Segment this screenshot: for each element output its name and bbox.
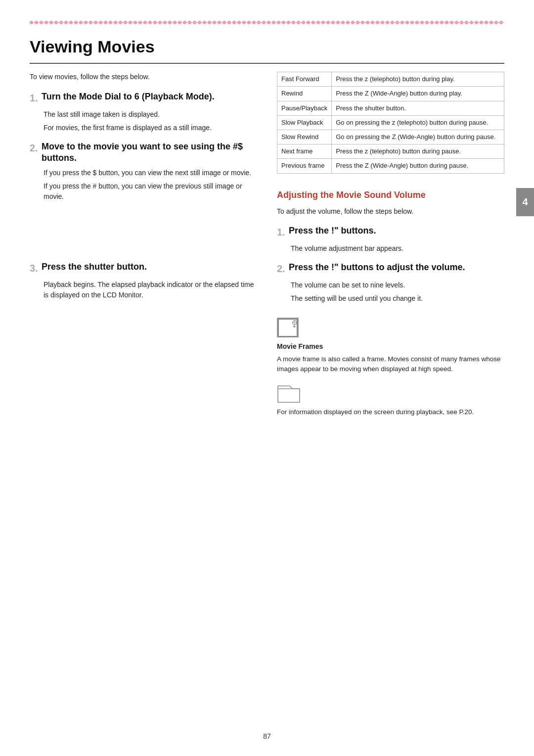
diamond-decoration <box>242 21 247 24</box>
diamond-decoration <box>207 21 212 24</box>
diamond-decoration <box>267 21 271 24</box>
page-tab-number: 4 <box>522 196 528 207</box>
diamond-decoration <box>54 21 59 24</box>
diamond-decoration <box>262 21 267 24</box>
volume-step-2: 2. Press the !" buttons to adjust the vo… <box>277 262 504 304</box>
memo-body: For information displayed on the screen … <box>277 407 504 417</box>
diamond-decoration <box>202 21 207 24</box>
step-3-title: Press the shutter button. <box>42 261 147 273</box>
step-2-body: If you press the $ button, you can view … <box>30 168 257 202</box>
diamond-decoration <box>370 21 375 24</box>
diamond-decoration <box>168 21 173 24</box>
diamond-decoration <box>445 21 449 24</box>
diamond-decoration <box>321 21 326 24</box>
diamond-decoration <box>187 21 192 24</box>
table-cell-action: Rewind <box>277 87 332 101</box>
diamond-decoration <box>296 21 301 24</box>
diamond-decoration <box>276 21 281 24</box>
diamond-decoration <box>49 21 54 24</box>
page-number: 87 <box>263 732 271 740</box>
diamond-decoration <box>128 21 133 24</box>
diamond-decoration <box>89 21 93 24</box>
diamond-decoration <box>430 21 435 24</box>
diamond-decoration <box>464 21 469 24</box>
table-cell-action: Slow Playback <box>277 115 332 130</box>
diamond-decoration <box>400 21 405 24</box>
diamond-decoration <box>133 21 138 24</box>
diamond-decoration <box>252 21 257 24</box>
diamond-decoration <box>217 21 222 24</box>
diamond-decoration <box>469 21 474 24</box>
table-cell-action: Pause/Playback <box>277 101 332 115</box>
table-cell-action: Previous frame <box>277 159 332 173</box>
diamond-decoration <box>311 21 316 24</box>
diamond-decoration <box>420 21 425 24</box>
table-row: Rewind Press the Z (Wide-Angle) button d… <box>277 87 504 101</box>
diamond-decoration <box>84 21 89 24</box>
diamond-decoration <box>93 21 98 24</box>
step-3-header: 3. Press the shutter button. <box>30 261 257 276</box>
diamond-decoration <box>375 21 380 24</box>
step-2-body-p1: If you press the $ button, you can view … <box>44 168 257 178</box>
diamond-decoration <box>59 21 64 24</box>
diamond-decoration <box>454 21 459 24</box>
diamond-decoration <box>192 21 197 24</box>
table-cell-description: Go on pressing the Z (Wide-Angle) button… <box>332 130 504 144</box>
table-cell-description: Press the Z (Wide-Angle) button during p… <box>332 159 504 173</box>
diamond-decoration <box>227 21 232 24</box>
volume-step-2-body: The volume can be set to nine levels. Th… <box>277 280 504 304</box>
step-3: 3. Press the shutter button. Playback be… <box>30 261 257 300</box>
diamond-decoration <box>271 21 276 24</box>
step-1-title: Turn the Mode Dial to 6 (Playback Mode). <box>42 91 215 102</box>
page-tab: 4 <box>516 188 534 216</box>
step-2-title: Move to the movie you want to see using … <box>42 141 257 164</box>
step-2-header: 2. Move to the movie you want to see usi… <box>30 141 257 164</box>
step-2-number: 2. <box>30 141 40 155</box>
diamond-decoration <box>34 21 39 24</box>
diamond-decoration <box>415 21 420 24</box>
table-cell-action: Slow Rewind <box>277 130 332 144</box>
right-intro-text: To adjust the volume, follow the steps b… <box>277 206 504 216</box>
diamond-decoration <box>118 21 123 24</box>
top-border <box>30 20 504 25</box>
diamond-decoration <box>247 21 252 24</box>
table-row: Pause/Playback Press the shutter button. <box>277 101 504 115</box>
table-cell-description: Go on pressing the z (telephoto) button … <box>332 115 504 130</box>
diamond-decoration <box>286 21 291 24</box>
intro-text: To view movies, follow the steps below. <box>30 72 257 82</box>
diamond-decoration <box>385 21 390 24</box>
diamond-decoration <box>395 21 400 24</box>
step-2: 2. Move to the movie you want to see usi… <box>30 141 257 202</box>
diamond-decoration <box>182 21 187 24</box>
volume-step-1-header: 1. Press the !" buttons. <box>277 225 504 239</box>
left-column: To view movies, follow the steps below. … <box>30 72 257 425</box>
diamond-decoration <box>440 21 445 24</box>
diamond-decoration <box>79 21 84 24</box>
table-cell-action: Fast Forward <box>277 72 332 87</box>
diamond-decoration <box>336 21 341 24</box>
volume-step-2-number: 2. <box>277 262 287 276</box>
diamond-decoration <box>360 21 365 24</box>
diamond-decoration <box>108 21 113 24</box>
table-row: Previous frame Press the Z (Wide-Angle) … <box>277 159 504 173</box>
table-cell-description: Press the Z (Wide-Angle) button during p… <box>332 87 504 101</box>
step-1-body-p1: The last still image taken is displayed. <box>44 109 257 120</box>
svg-point-2 <box>294 322 296 324</box>
note-icon-container: Movie Frames A movie frame is also calle… <box>277 312 504 374</box>
volume-step-1-number: 1. <box>277 225 287 239</box>
diamond-decoration <box>158 21 163 24</box>
volume-step-1: 1. Press the !" buttons. The volume adju… <box>277 225 504 254</box>
diamond-decoration <box>331 21 336 24</box>
right-column: Fast Forward Press the z (telephoto) but… <box>277 72 504 425</box>
step-3-number: 3. <box>30 261 40 276</box>
step-1-number: 1. <box>30 91 40 105</box>
note-body: A movie frame is also called a frame. Mo… <box>277 354 504 374</box>
diamond-decoration <box>326 21 331 24</box>
diamond-decoration <box>390 21 395 24</box>
step-1-body: The last still image taken is displayed.… <box>30 109 257 133</box>
diamond-decoration <box>173 21 178 24</box>
diamond-decoration <box>103 21 108 24</box>
memo-icon-container: For information displayed on the screen … <box>277 381 504 417</box>
diamond-decoration <box>44 21 49 24</box>
diamond-decoration <box>138 21 143 24</box>
